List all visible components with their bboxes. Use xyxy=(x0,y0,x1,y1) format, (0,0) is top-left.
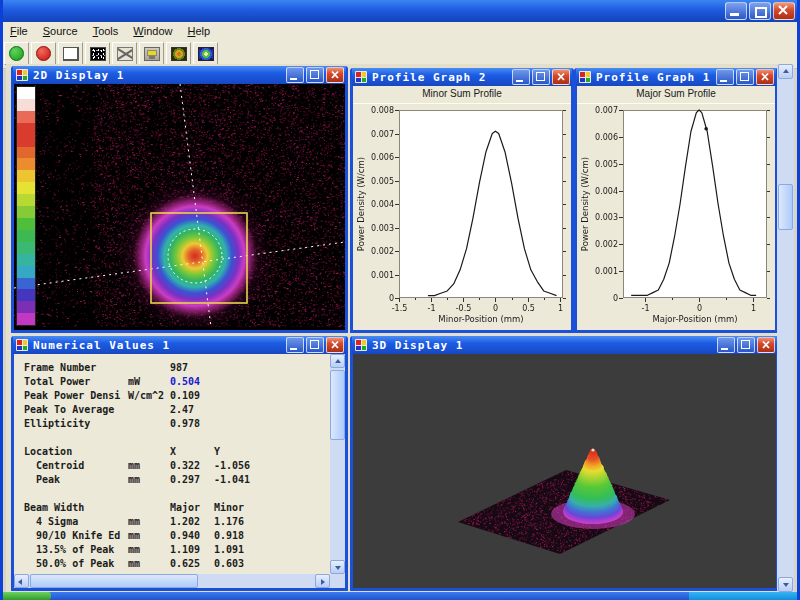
close-button[interactable] xyxy=(757,337,775,353)
scroll-left-button[interactable] xyxy=(14,574,29,588)
app-titlebar[interactable] xyxy=(3,0,797,22)
minimize-button[interactable] xyxy=(286,67,304,83)
beam-2d-image[interactable] xyxy=(14,84,345,327)
menu-file[interactable]: File xyxy=(10,25,28,37)
beam-3d-button[interactable] xyxy=(193,42,218,65)
numeric-cell xyxy=(170,432,214,446)
scroll-down-button[interactable] xyxy=(330,560,345,574)
maximize-button[interactable] xyxy=(532,69,550,85)
app-close-button[interactable] xyxy=(773,2,795,20)
numeric-row: Centroidmm0.322-1.056 xyxy=(24,460,330,474)
numeric-cell: mm xyxy=(128,544,170,558)
numeric-rows: Frame Number987Total PowermW0.504Peak Po… xyxy=(14,354,330,574)
close-button[interactable] xyxy=(552,69,570,85)
close-icon xyxy=(329,339,341,351)
close-icon xyxy=(329,69,341,81)
numeric-cell: 0.940 xyxy=(170,530,214,544)
scroll-up-button[interactable] xyxy=(330,354,345,368)
beam-3d-icon xyxy=(198,47,214,61)
beam-rings-icon xyxy=(171,47,187,61)
numeric-cell: 0.625 xyxy=(170,558,214,572)
numeric-cell: Centroid xyxy=(24,460,128,474)
numeric-row: Total PowermW0.504 xyxy=(24,376,330,390)
colorbar-segment xyxy=(17,206,35,218)
3d-display-body[interactable] xyxy=(353,354,776,588)
menu-tools[interactable]: Tools xyxy=(93,25,119,37)
window-numerical-values: Numerical Values 1 Frame Number987Total … xyxy=(11,336,348,591)
profile-graph-button[interactable] xyxy=(112,42,137,65)
scroll-up-button[interactable] xyxy=(778,64,793,79)
numeric-cell: 1.176 xyxy=(214,516,266,530)
numeric-cell xyxy=(128,502,170,516)
app-minimize-button[interactable] xyxy=(725,2,747,20)
close-icon xyxy=(760,339,772,351)
numeric-cell xyxy=(128,446,170,460)
display-save-icon xyxy=(144,47,160,61)
numeric-cell: 1.109 xyxy=(170,544,214,558)
beam-3d-image[interactable] xyxy=(353,354,776,586)
start-capture-button[interactable] xyxy=(4,42,29,65)
window-2d-display: 2D Display 1 xyxy=(11,66,348,333)
2d-display-body[interactable] xyxy=(14,84,345,330)
numeric-cell xyxy=(214,390,266,404)
vscroll-thumb[interactable] xyxy=(330,370,345,440)
maximize-button[interactable] xyxy=(736,69,754,85)
numeric-row: Frame Number987 xyxy=(24,362,330,376)
numeric-cell: mm xyxy=(128,530,170,544)
profile1-titlebar[interactable]: Profile Graph 1 xyxy=(576,68,776,86)
2d-display-titlebar[interactable]: 2D Display 1 xyxy=(13,66,346,84)
3d-display-titlebar[interactable]: 3D Display 1 xyxy=(352,336,777,354)
vscroll-thumb[interactable] xyxy=(778,184,793,230)
maximize-button[interactable] xyxy=(306,337,324,353)
numeric-cell: 2.47 xyxy=(170,404,214,418)
numeric-cell xyxy=(214,418,266,432)
menu-source[interactable]: Source xyxy=(43,25,78,37)
maximize-button[interactable] xyxy=(306,67,324,83)
close-icon xyxy=(555,71,567,83)
scroll-left-icon xyxy=(18,579,22,585)
taskbar[interactable] xyxy=(3,592,797,600)
numerical-hscrollbar[interactable] xyxy=(14,574,330,588)
save-display-button[interactable] xyxy=(139,42,164,65)
app-restore-button[interactable] xyxy=(749,2,771,20)
numeric-cell xyxy=(214,376,266,390)
profile1-body: Major Sum Profile xyxy=(577,86,775,330)
numeric-cell: Peak xyxy=(24,474,128,488)
numeric-cell: -1.041 xyxy=(214,474,266,488)
profile2-titlebar[interactable]: Profile Graph 2 xyxy=(352,68,572,86)
scroll-right-icon xyxy=(321,579,325,585)
window-layout-button[interactable] xyxy=(58,42,83,65)
close-button[interactable] xyxy=(756,69,774,85)
close-button[interactable] xyxy=(326,337,344,353)
chart-title: Major Sum Profile xyxy=(577,86,775,104)
numeric-cell xyxy=(214,362,266,376)
close-button[interactable] xyxy=(326,67,344,83)
numeric-cell: 0.322 xyxy=(170,460,214,474)
numerical-titlebar[interactable]: Numerical Values 1 xyxy=(13,336,346,354)
colorbar-segment xyxy=(17,289,35,301)
numeric-row: Peak Power DensiW/cm^20.109 xyxy=(24,390,330,404)
maximize-button[interactable] xyxy=(737,337,755,353)
minimize-button[interactable] xyxy=(716,69,734,85)
scroll-up-icon xyxy=(335,359,341,363)
minimize-button[interactable] xyxy=(717,337,735,353)
2d-display-button[interactable] xyxy=(85,42,110,65)
stop-capture-button[interactable] xyxy=(31,42,56,65)
scroll-right-button[interactable] xyxy=(315,574,330,588)
mdi-vscrollbar[interactable] xyxy=(777,64,794,592)
minor-profile-chart xyxy=(353,104,571,330)
numerical-vscrollbar[interactable] xyxy=(330,354,345,574)
scroll-down-button[interactable] xyxy=(778,577,793,592)
numeric-cell: Peak To Average xyxy=(24,404,128,418)
menu-help[interactable]: Help xyxy=(187,25,210,37)
beam-2d-button[interactable] xyxy=(166,42,191,65)
numeric-cell: Minor xyxy=(214,502,266,516)
minimize-button[interactable] xyxy=(512,69,530,85)
window-icon xyxy=(579,71,591,83)
minimize-button[interactable] xyxy=(286,337,304,353)
start-button[interactable] xyxy=(3,592,51,600)
numeric-row: 13.5% of Peakmm1.1091.091 xyxy=(24,544,330,558)
hscroll-thumb[interactable] xyxy=(30,574,198,588)
numeric-cell xyxy=(24,488,128,502)
menu-window[interactable]: Window xyxy=(133,25,172,37)
